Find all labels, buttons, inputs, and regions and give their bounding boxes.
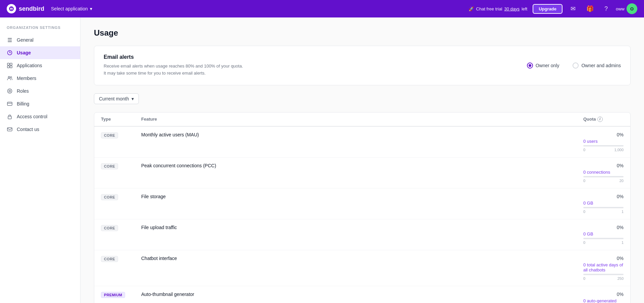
progress-bar bbox=[583, 207, 624, 208]
radio-owner-only[interactable]: Owner only bbox=[527, 62, 559, 69]
gift-icon[interactable]: 🎁 bbox=[584, 4, 596, 14]
sidebar-section-label: ORGANIZATION SETTINGS bbox=[0, 26, 80, 34]
progress-labels: 0 1 bbox=[583, 210, 624, 214]
sidebar-item-usage[interactable]: Usage bbox=[0, 46, 80, 59]
svg-rect-15 bbox=[7, 128, 12, 131]
mail-icon[interactable]: ✉ bbox=[568, 4, 578, 14]
sidebar-item-label: General bbox=[17, 37, 34, 43]
type-badge-mau: CORE bbox=[101, 132, 141, 138]
progress-labels: 0 1,000 bbox=[583, 148, 624, 152]
sidebar-item-access-control[interactable]: Access control bbox=[0, 110, 80, 123]
month-selector[interactable]: Current month ▾ bbox=[94, 93, 139, 104]
sidebar-item-label: Applications bbox=[17, 63, 42, 68]
progress-min: 0 bbox=[583, 148, 585, 152]
table-row: CORE Peak concurrent connections (PCC) 0… bbox=[94, 158, 630, 188]
progress-min: 0 bbox=[583, 210, 585, 214]
sidebar: ORGANIZATION SETTINGS ☰ General Usage bbox=[0, 17, 80, 303]
quota-pct: 0% bbox=[583, 225, 624, 230]
chevron-down-icon: ▾ bbox=[90, 6, 92, 11]
feature-name: Peak concurrent connections (PCC) bbox=[141, 163, 583, 168]
feature-name: Chatbot interface bbox=[141, 256, 583, 261]
table-row: CORE File storage 0% 0 GB 0 1 bbox=[94, 188, 630, 219]
progress-min: 0 bbox=[583, 241, 585, 245]
progress-max: 1 bbox=[622, 241, 624, 245]
usage-table: Type Feature Quota i CORE Monthly active… bbox=[94, 112, 631, 303]
col-type: Type bbox=[101, 117, 141, 122]
quota-cell-upload: 0% 0 GB 0 1 bbox=[583, 225, 624, 245]
sidebar-item-applications[interactable]: Applications bbox=[0, 59, 80, 72]
usage-details: 0 connections 0 20 bbox=[583, 170, 624, 183]
sidebar-item-label: Contact us bbox=[17, 127, 39, 132]
type-badge-thumbnail: PREMIUM bbox=[101, 292, 141, 298]
user-menu[interactable]: oww O bbox=[616, 3, 637, 14]
progress-max: 250 bbox=[618, 276, 624, 280]
svg-rect-14 bbox=[8, 116, 11, 119]
logo[interactable]: sendbird bbox=[7, 4, 44, 13]
app-selector[interactable]: Select application ▾ bbox=[51, 6, 92, 11]
radio-owner-and-admins[interactable]: Owner and admins bbox=[573, 62, 621, 69]
svg-point-10 bbox=[8, 89, 12, 93]
badge: CORE bbox=[101, 225, 118, 231]
usage-label: 0 GB bbox=[583, 231, 624, 236]
progress-bar bbox=[583, 238, 624, 239]
progress-bar bbox=[583, 274, 624, 275]
svg-rect-7 bbox=[10, 66, 12, 68]
user-label: oww bbox=[616, 6, 625, 11]
members-icon bbox=[7, 75, 13, 81]
feature-name: File upload traffic bbox=[141, 225, 583, 230]
app-selector-label: Select application bbox=[51, 6, 88, 11]
help-icon[interactable]: ? bbox=[602, 4, 610, 14]
contact-icon bbox=[7, 126, 13, 132]
sidebar-item-roles[interactable]: Roles bbox=[0, 85, 80, 97]
feature-cell-upload: File upload traffic bbox=[141, 225, 583, 230]
usage-details: 0 users 0 1,000 bbox=[583, 139, 624, 152]
usage-label: 0 users bbox=[583, 139, 624, 144]
svg-point-0 bbox=[9, 6, 14, 11]
progress-labels: 0 20 bbox=[583, 179, 624, 183]
feature-name: Monthly active users (MAU) bbox=[141, 132, 583, 137]
email-alerts-radio-group: Owner only Owner and admins bbox=[527, 62, 621, 69]
roles-icon bbox=[7, 88, 13, 94]
table-row: CORE Monthly active users (MAU) 0% 0 use… bbox=[94, 127, 630, 158]
email-alerts-desc-line1: Receive email alerts when usage reaches … bbox=[104, 63, 527, 70]
quota-info-icon: i bbox=[597, 117, 603, 122]
trial-suffix: left bbox=[522, 6, 527, 11]
email-alerts-title: Email alerts bbox=[104, 54, 527, 60]
sidebar-item-label: Roles bbox=[17, 88, 29, 94]
sidebar-item-label: Billing bbox=[17, 101, 29, 106]
applications-icon bbox=[7, 62, 13, 69]
usage-label: 0 auto-generated images bbox=[583, 298, 624, 303]
table-row: PREMIUM Auto-thumbnail generator 0% 0 au… bbox=[94, 286, 630, 303]
feature-cell-storage: File storage bbox=[141, 194, 583, 199]
progress-labels: 0 250 bbox=[583, 276, 624, 280]
sidebar-item-label: Members bbox=[17, 76, 36, 81]
radio-owner-only-label: Owner only bbox=[536, 63, 559, 68]
radio-owner-admins-circle bbox=[573, 62, 579, 69]
trial-emoji: 🚀 bbox=[469, 6, 474, 11]
upgrade-button[interactable]: Upgrade bbox=[533, 4, 562, 14]
sidebar-item-billing[interactable]: Billing bbox=[0, 97, 80, 110]
progress-labels: 0 1 bbox=[583, 241, 624, 245]
feature-name: Auto-thumbnail generator bbox=[141, 292, 583, 297]
sidebar-item-contact-us[interactable]: Contact us bbox=[0, 123, 80, 136]
main-content: Usage Email alerts Receive email alerts … bbox=[80, 17, 644, 303]
trial-text: Chat free trial bbox=[476, 6, 502, 11]
sidebar-item-members[interactable]: Members bbox=[0, 72, 80, 85]
svg-point-9 bbox=[10, 77, 12, 78]
usage-label: 0 GB bbox=[583, 201, 624, 206]
trial-days-link[interactable]: 30 days bbox=[504, 6, 520, 11]
sidebar-item-general[interactable]: ☰ General bbox=[0, 34, 80, 46]
badge: CORE bbox=[101, 163, 118, 169]
trial-banner: 🚀 Chat free trial 30 days left bbox=[469, 6, 527, 11]
logo-text: sendbird bbox=[19, 5, 44, 12]
sidebar-item-label: Access control bbox=[17, 114, 47, 119]
svg-rect-6 bbox=[7, 66, 9, 68]
table-header: Type Feature Quota i bbox=[94, 113, 630, 127]
usage-details: 0 GB 0 1 bbox=[583, 231, 624, 245]
logo-icon bbox=[7, 4, 16, 13]
progress-min: 0 bbox=[583, 179, 585, 183]
usage-details: 0 auto-generated images 0 bbox=[583, 298, 624, 303]
progress-max: 1 bbox=[622, 210, 624, 214]
email-alerts-desc-line2: It may take some time for you to receive… bbox=[104, 70, 527, 77]
progress-min: 0 bbox=[583, 276, 585, 280]
